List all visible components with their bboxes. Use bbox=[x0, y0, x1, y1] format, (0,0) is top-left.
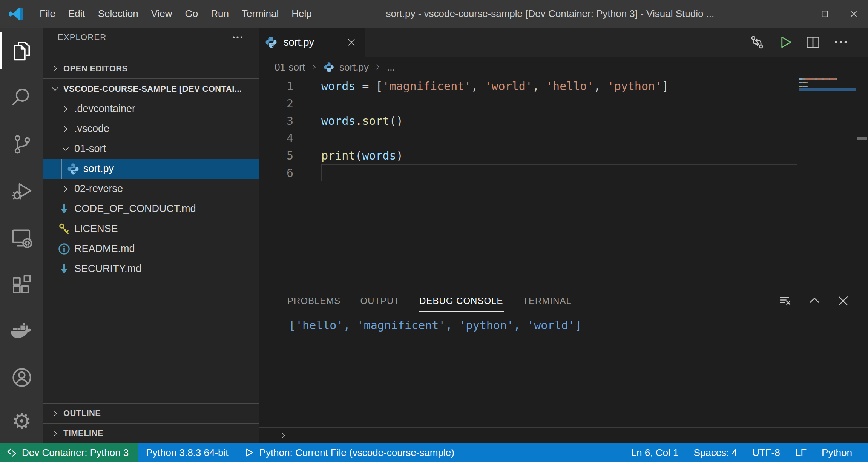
status-python-version[interactable]: Python 3.8.3 64-bit bbox=[138, 443, 236, 462]
code-editor[interactable]: 1words = ['magnificent', 'world', 'hello… bbox=[259, 77, 868, 286]
panel-actions bbox=[778, 286, 851, 315]
tab-sort-py[interactable]: sort.py bbox=[259, 28, 365, 57]
overview-ruler-marker bbox=[857, 137, 867, 140]
chevron-right-icon bbox=[374, 63, 382, 71]
debug-console-input[interactable] bbox=[259, 427, 868, 443]
activity-source-control[interactable] bbox=[0, 121, 43, 168]
activity-run-debug[interactable] bbox=[0, 168, 43, 215]
tree-item-license[interactable]: LICENSE bbox=[43, 219, 259, 239]
line-number[interactable]: 6 bbox=[259, 166, 321, 180]
tree-item-label: 01-sort bbox=[74, 143, 106, 155]
code-line-4[interactable]: 4 bbox=[259, 129, 868, 147]
docker-icon bbox=[10, 320, 34, 343]
chevron-right-icon bbox=[61, 184, 71, 194]
line-number[interactable]: 2 bbox=[259, 97, 321, 110]
vscode-window: FileEditSelectionViewGoRunTerminalHelp s… bbox=[0, 0, 868, 462]
status-language[interactable]: Python bbox=[822, 443, 852, 462]
menu-view[interactable]: View bbox=[145, 0, 179, 28]
status-eol[interactable]: LF bbox=[795, 443, 807, 462]
window-close-button[interactable] bbox=[839, 0, 868, 28]
chevron-down-icon bbox=[61, 144, 71, 154]
workspace-label: VSCODE-COURSE-SAMPLE [DEV CONTAI... bbox=[63, 84, 242, 94]
maximize-button[interactable] bbox=[811, 0, 839, 28]
menu-help[interactable]: Help bbox=[285, 0, 318, 28]
status-bar: Dev Container: Python 3 Python 3.8.3 64-… bbox=[0, 443, 868, 462]
more-actions-icon[interactable] bbox=[833, 34, 849, 51]
menu-terminal[interactable]: Terminal bbox=[235, 0, 285, 28]
tree-item-01-sort[interactable]: 01-sort bbox=[43, 139, 259, 159]
key-icon bbox=[58, 223, 71, 235]
tab-label: sort.py bbox=[284, 37, 340, 48]
tab-close-icon[interactable] bbox=[346, 37, 357, 48]
tree-item--devcontainer[interactable]: .devcontainer bbox=[43, 99, 259, 119]
panel-tab-debug-console[interactable]: DEBUG CONSOLE bbox=[419, 293, 504, 309]
panel-tab-output[interactable]: OUTPUT bbox=[359, 293, 400, 309]
tree-item-sort-py[interactable]: sort.py bbox=[43, 159, 259, 179]
breadcrumb-folder[interactable]: 01-sort bbox=[275, 61, 305, 73]
maximize-panel-icon[interactable] bbox=[807, 293, 822, 309]
split-editor-icon[interactable] bbox=[805, 34, 821, 51]
status-bar-right: Ln 6, Col 1 Spaces: 4 UTF-8 LF Python bbox=[631, 443, 868, 462]
line-number[interactable]: 5 bbox=[259, 149, 321, 162]
menu-edit[interactable]: Edit bbox=[62, 0, 92, 28]
open-editors-section[interactable]: OPEN EDITORS bbox=[43, 59, 259, 79]
code-line-1[interactable]: 1words = ['magnificent', 'world', 'hello… bbox=[259, 77, 868, 95]
close-panel-icon[interactable] bbox=[836, 293, 851, 309]
python-icon bbox=[67, 163, 80, 175]
python-icon bbox=[323, 61, 334, 73]
workbench: ⚙ EXPLORER OPEN EDITORS VSCODE-COURSE-SA… bbox=[0, 28, 868, 443]
outline-section[interactable]: OUTLINE bbox=[43, 403, 259, 423]
status-indentation[interactable]: Spaces: 4 bbox=[693, 443, 737, 462]
timeline-section[interactable]: TIMELINE bbox=[43, 423, 259, 443]
activity-accounts[interactable] bbox=[0, 356, 43, 399]
menu-go[interactable]: Go bbox=[179, 0, 205, 28]
minimize-button[interactable] bbox=[782, 0, 811, 28]
code-line-2[interactable]: 2 bbox=[259, 95, 868, 112]
console-prompt-icon bbox=[278, 431, 288, 441]
menu-file[interactable]: File bbox=[33, 0, 62, 28]
tree-item--vscode[interactable]: .vscode bbox=[43, 119, 259, 139]
tree-item-readme-md[interactable]: README.md bbox=[43, 239, 259, 259]
tree-item-label: .devcontainer bbox=[74, 103, 135, 115]
status-cursor-position[interactable]: Ln 6, Col 1 bbox=[631, 443, 679, 462]
open-changes-icon[interactable] bbox=[749, 34, 765, 51]
remote-indicator[interactable]: Dev Container: Python 3 bbox=[0, 443, 138, 462]
tree-item-security-md[interactable]: SECURITY.md bbox=[43, 259, 259, 279]
code-line-3[interactable]: 3words.sort() bbox=[259, 112, 868, 129]
line-number[interactable]: 4 bbox=[259, 132, 321, 145]
tree-item-label: README.md bbox=[74, 243, 135, 255]
search-icon bbox=[10, 86, 34, 109]
files-icon bbox=[10, 39, 34, 63]
line-number[interactable]: 3 bbox=[259, 114, 321, 127]
window-controls bbox=[782, 0, 868, 28]
clear-console-icon[interactable] bbox=[778, 293, 793, 309]
status-launch-config[interactable]: Python: Current File (vscode-course-samp… bbox=[236, 443, 462, 462]
status-encoding[interactable]: UTF-8 bbox=[752, 443, 780, 462]
activity-search[interactable] bbox=[0, 74, 43, 121]
tree-item-code-of-conduct-md[interactable]: CODE_OF_CONDUCT.md bbox=[43, 199, 259, 219]
tree-item-02-reverse[interactable]: 02-reverse bbox=[43, 179, 259, 199]
activity-extensions[interactable] bbox=[0, 261, 43, 308]
chevron-right-icon bbox=[50, 64, 60, 74]
minimap[interactable] bbox=[799, 78, 856, 91]
play-icon bbox=[244, 447, 255, 458]
activity-docker[interactable] bbox=[0, 308, 43, 355]
breadcrumb-file[interactable]: sort.py bbox=[339, 61, 369, 73]
code-line-5[interactable]: 5print(words) bbox=[259, 147, 868, 164]
tab-bar: sort.py bbox=[259, 28, 868, 57]
menu-run[interactable]: Run bbox=[204, 0, 235, 28]
breadcrumb-symbol[interactable]: ... bbox=[387, 61, 395, 73]
python-icon bbox=[265, 36, 278, 49]
activity-remote-explorer[interactable] bbox=[0, 215, 43, 261]
tree-item-label: SECURITY.md bbox=[74, 263, 141, 275]
activity-settings[interactable]: ⚙ bbox=[0, 399, 43, 443]
workspace-section-header[interactable]: VSCODE-COURSE-SAMPLE [DEV CONTAI... bbox=[43, 79, 259, 99]
activity-explorer[interactable] bbox=[0, 28, 43, 74]
line-number[interactable]: 1 bbox=[259, 80, 321, 93]
explorer-more-actions-icon[interactable] bbox=[231, 31, 244, 44]
menu-selection[interactable]: Selection bbox=[92, 0, 145, 28]
panel-tab-problems[interactable]: PROBLEMS bbox=[287, 293, 341, 309]
run-file-icon[interactable] bbox=[777, 34, 793, 51]
tree-item-label: sort.py bbox=[83, 163, 114, 175]
panel-tab-terminal[interactable]: TERMINAL bbox=[522, 293, 572, 309]
